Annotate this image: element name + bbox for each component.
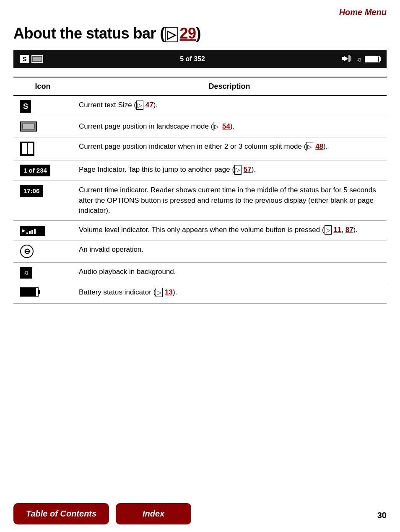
desc-cell-split: Current page position indicator when in … <box>72 137 387 160</box>
icon-cell-s: S <box>13 96 72 117</box>
ref-48[interactable]: 48 <box>315 142 323 150</box>
table-row: 17:06 Current time indicator. Reader sho… <box>13 181 387 221</box>
ref-57[interactable]: 57 <box>244 165 252 173</box>
icon-cell-landscape <box>13 117 72 137</box>
desc-cell-landscape: Current page position in landscape mode … <box>72 117 387 137</box>
bottom-navigation: Table of Contents Index <box>0 495 400 532</box>
table-header-row: Icon Description <box>13 77 387 96</box>
index-button[interactable]: Index <box>116 503 191 524</box>
landscape-icon-sm <box>20 121 37 132</box>
page-title: About the status bar (▷29) <box>0 21 400 50</box>
ref-arrow: ▷ <box>325 225 332 235</box>
status-center-text: 5 of 352 <box>180 55 205 63</box>
time-badge: 17:06 <box>20 185 43 197</box>
table-row: ⊖ An invalid operation. <box>13 240 387 262</box>
status-right: ♫ <box>342 55 380 64</box>
desc-cell-s: Current text Size (▷ 47). <box>72 96 387 117</box>
desc-cell-audio: Audio playback in background. <box>72 262 387 283</box>
volume-icon-demo <box>342 55 353 64</box>
table-row: Current page position indicator when in … <box>13 137 387 160</box>
desc-cell-page-indicator: Page Indicator. Tap this to jump to anot… <box>72 160 387 181</box>
page-header-title: Home Menu <box>0 0 400 21</box>
svg-rect-3 <box>350 56 351 61</box>
ref-arrow: ▷ <box>213 122 220 131</box>
title-text-after: ) <box>196 25 201 42</box>
table-row: Battery status indicator (▷ 13). <box>13 283 387 303</box>
ref-54[interactable]: 54 <box>222 122 230 130</box>
ref-11[interactable]: 11 <box>333 226 341 234</box>
ref-arrow: ▷ <box>156 288 163 297</box>
landscape-icon <box>31 55 43 63</box>
page-number: 30 <box>377 511 387 520</box>
toc-button[interactable]: Table of Contents <box>13 503 109 524</box>
svg-rect-0 <box>342 57 344 60</box>
title-ref: 29 <box>180 25 196 42</box>
ref-arrow: ▷ <box>234 165 242 174</box>
battery-status-icon <box>20 287 39 297</box>
col-icon-header: Icon <box>13 77 72 96</box>
icon-table: Icon Description S Current text Size (▷ … <box>13 77 387 304</box>
desc-cell-invalid: An invalid operation. <box>72 240 387 262</box>
vol-bars <box>26 227 36 234</box>
title-text-before: About the status bar ( <box>13 25 165 42</box>
table-row: S Current text Size (▷ 47). <box>13 96 387 117</box>
status-bar-demo: S 5 of 352 ♫ <box>13 50 387 68</box>
table-row: ▶ Volume level indicator. This only appe… <box>13 221 387 240</box>
audio-playback-icon: ♫ <box>20 267 32 279</box>
table-row: ♫ Audio playback in background. <box>13 262 387 283</box>
battery-icon-demo <box>365 56 380 62</box>
icon-cell-time: 17:06 <box>13 181 72 221</box>
desc-cell-volume: Volume level indicator. This only appear… <box>72 221 387 240</box>
title-arrow: ▷ <box>165 27 178 42</box>
icon-cell-audio: ♫ <box>13 262 72 283</box>
ref-arrow: ▷ <box>136 101 143 110</box>
s-letter-badge: S <box>20 55 29 63</box>
status-left: S <box>20 55 43 63</box>
music-icon-demo: ♫ <box>357 56 361 63</box>
ref-arrow: ▷ <box>306 142 313 151</box>
ref-13[interactable]: 13 <box>165 288 173 296</box>
icon-cell-volume: ▶ <box>13 221 72 240</box>
icon-cell-battery <box>13 283 72 303</box>
svg-rect-2 <box>348 55 350 62</box>
page-indicator-badge: 1 of 234 <box>20 165 50 176</box>
icon-cell-invalid: ⊖ <box>13 240 72 262</box>
table-row: 1 of 234 Page Indicator. Tap this to jum… <box>13 160 387 181</box>
ref-87[interactable]: 87 <box>345 226 353 234</box>
volume-indicator-icon: ▶ <box>20 226 45 236</box>
ref-47[interactable]: 47 <box>145 101 153 109</box>
icon-cell-split <box>13 137 72 160</box>
desc-cell-time: Current time indicator. Reader shows cur… <box>72 181 387 221</box>
col-desc-header: Description <box>72 77 387 96</box>
desc-cell-battery: Battery status indicator (▷ 13). <box>72 283 387 303</box>
invalid-operation-icon: ⊖ <box>20 245 34 258</box>
split-icon <box>20 142 34 156</box>
icon-table-wrapper: Icon Description S Current text Size (▷ … <box>0 77 400 304</box>
s-badge-icon: S <box>20 100 31 113</box>
table-row: Current page position in landscape mode … <box>13 117 387 137</box>
icon-cell-page-indicator: 1 of 234 <box>13 160 72 181</box>
svg-marker-1 <box>344 56 348 61</box>
